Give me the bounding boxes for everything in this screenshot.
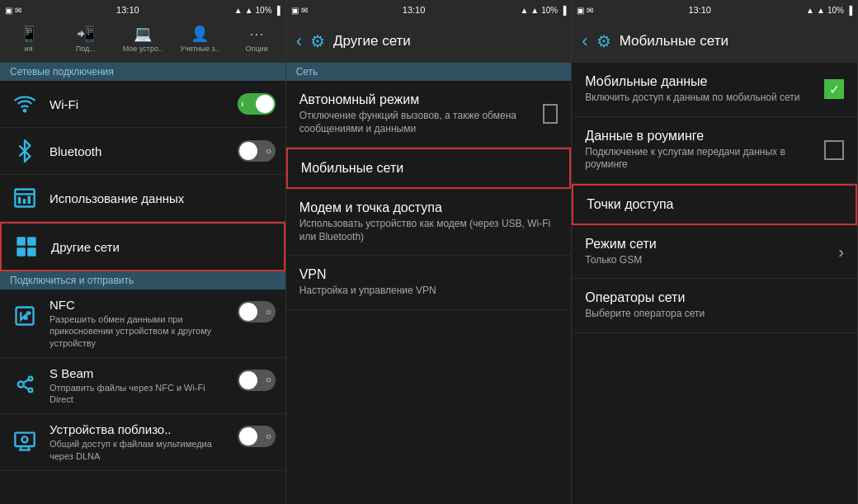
menu-item-roaming[interactable]: Данные в роуминге Подключение к услугам …: [572, 117, 857, 184]
nearby-toggle[interactable]: O: [238, 426, 276, 447]
vpn-title: VPN: [299, 267, 559, 282]
list-item-nfc[interactable]: NFC Разрешить обмен данными при прикосно…: [0, 290, 285, 358]
status-right-icons-3: ▲ ▲ 10% ▐: [806, 6, 852, 15]
wifi-toggle[interactable]: I: [238, 93, 276, 115]
roaming-text: Данные в роуминге Подключение к услугам …: [585, 129, 824, 172]
section-header-network: Сетевые подключения: [0, 63, 285, 81]
network-operators-title: Операторы сети: [585, 290, 844, 305]
roaming-title: Данные в роуминге: [585, 129, 816, 144]
message-icon-2: ✉: [301, 6, 308, 15]
battery-icon: ▐: [275, 6, 280, 15]
data-usage-text: Использование данных: [50, 191, 276, 205]
settings-icon-2: ⚙: [310, 31, 325, 51]
bluetooth-toggle[interactable]: O: [238, 140, 276, 162]
other-networks-title: Другие сети: [51, 240, 274, 254]
tab-accounts[interactable]: 👤 Учетные з..: [171, 20, 228, 63]
other-networks-icon: [12, 232, 41, 261]
tab-options[interactable]: ⋯ Опции: [229, 20, 285, 63]
panel3-header: ‹ ⚙ Мобильные сети: [572, 20, 857, 63]
message-icon: ✉: [15, 6, 21, 15]
nfc-title: NFC: [50, 298, 231, 312]
tab-pods-label: Под...: [76, 45, 96, 54]
tab-options-label: Опции: [246, 45, 268, 54]
list-item-data-usage[interactable]: Использование данных: [0, 175, 285, 222]
sbeam-subtitle: Отправить файлы через NFC и Wi-Fi Direct: [50, 382, 231, 406]
bluetooth-title: Bluetooth: [50, 144, 231, 158]
panel-other-networks: ▣ ✉ 13:10 ▲ ▲ 10% ▐ ‹ ⚙ Другие сети Сеть…: [286, 0, 573, 504]
menu-item-network-operators[interactable]: Операторы сети Выберите оператора сети: [572, 279, 857, 333]
tab-mydev-icon: 💻: [134, 25, 152, 43]
mobile-data-title: Мобильные данные: [585, 74, 816, 89]
nearby-text: Устройства поблизо.. Общий доступ к файл…: [50, 422, 231, 462]
svg-point-17: [22, 437, 28, 443]
menu-item-modem[interactable]: Модем и точка доступа Использовать устро…: [286, 189, 572, 256]
svg-rect-9: [27, 247, 35, 257]
network-mode-text: Режим сети Только GSM: [585, 237, 838, 267]
roaming-checkbox[interactable]: [824, 140, 844, 160]
status-left-icons-2: ▣ ✉: [291, 6, 308, 15]
section-header-connect: Подключиться и отправить: [0, 271, 285, 290]
back-button-2[interactable]: ‹: [296, 31, 302, 52]
bluetooth-icon: [10, 136, 40, 166]
panel3-title: Мобильные сети: [620, 33, 728, 49]
network-mode-title: Режим сети: [585, 237, 838, 252]
tab-icon1-label: ия: [25, 45, 33, 54]
wifi-status-icon-3: ▲: [817, 6, 825, 15]
wifi-text: Wi-Fi: [50, 97, 231, 111]
status-left-icons: ▣ ✉: [5, 6, 21, 15]
tab-mydev[interactable]: 💻 Мое устро..: [114, 20, 171, 63]
tab-icon1[interactable]: 📱 ия: [0, 20, 57, 63]
menu-item-access-points[interactable]: Точки доступа: [572, 184, 857, 225]
battery-percent-2: 10%: [541, 6, 558, 15]
panel2-header: ‹ ⚙ Другие сети: [286, 20, 572, 63]
signal-icon: ▲: [234, 6, 243, 15]
menu-item-vpn[interactable]: VPN Настройка и управление VPN: [286, 256, 572, 310]
tab-pods[interactable]: 📲 Под...: [57, 20, 114, 63]
panel2-title: Другие сети: [333, 33, 411, 49]
nfc-icon: [10, 301, 40, 331]
nfc-toggle[interactable]: O: [238, 301, 276, 323]
mobile-networks-title: Мобильные сети: [301, 161, 557, 176]
status-time-1: 13:10: [116, 5, 139, 15]
nfc-text: NFC Разрешить обмен данными при прикосно…: [50, 298, 231, 349]
wifi-status-icon: ▲: [245, 6, 253, 15]
notification-icon-3: ▣: [577, 6, 584, 15]
airplane-text: Автономный режим Отключение функций вызо…: [299, 92, 543, 135]
menu-item-airplane[interactable]: Автономный режим Отключение функций вызо…: [286, 81, 572, 148]
svg-rect-4: [23, 199, 26, 204]
svg-rect-8: [16, 247, 25, 257]
svg-point-11: [18, 381, 24, 387]
list-item-nearby[interactable]: Устройства поблизо.. Общий доступ к файл…: [0, 414, 285, 471]
mobile-data-checkbox[interactable]: ✓: [824, 79, 844, 99]
airplane-checkbox[interactable]: [543, 104, 558, 124]
status-left-icons-3: ▣ ✉: [577, 6, 593, 15]
tab-pods-icon: 📲: [77, 25, 95, 43]
roaming-subtitle: Подключение к услугам передачи данных в …: [585, 146, 816, 172]
sbeam-toggle[interactable]: O: [238, 370, 276, 391]
svg-point-0: [24, 110, 26, 111]
nav-tabs-1: 📱 ия 📲 Под... 💻 Мое устро.. 👤 Учетные з.…: [0, 20, 285, 63]
section-label-2: Сеть: [286, 63, 572, 81]
tab-accounts-icon: 👤: [191, 25, 209, 43]
mobile-data-subtitle: Включить доступ к данным по мобильной се…: [585, 92, 816, 105]
settings-icon-3: ⚙: [596, 31, 611, 51]
wifi-icon: [10, 89, 40, 119]
list-item-bluetooth[interactable]: Bluetooth O: [0, 128, 285, 175]
battery-percent: 10%: [256, 6, 272, 15]
list-item-sbeam[interactable]: S Beam Отправить файлы через NFC и Wi-Fi…: [0, 358, 285, 415]
svg-point-13: [29, 389, 33, 393]
nearby-subtitle: Общий доступ к файлам мультимедиа через …: [50, 438, 231, 462]
other-networks-text: Другие сети: [51, 240, 274, 254]
menu-item-mobile-networks[interactable]: Мобильные сети: [286, 148, 572, 189]
network-operators-subtitle: Выберите оператора сети: [585, 308, 844, 321]
menu-item-network-mode[interactable]: Режим сети Только GSM ›: [572, 225, 857, 280]
modem-title: Модем и точка доступа: [299, 200, 559, 215]
back-button-3[interactable]: ‹: [582, 31, 587, 52]
status-time-2: 13:10: [403, 5, 426, 15]
wifi-status-icon-2: ▲: [530, 6, 539, 15]
svg-rect-6: [16, 237, 25, 246]
svg-point-12: [29, 377, 33, 381]
menu-item-mobile-data[interactable]: Мобильные данные Включить доступ к данны…: [572, 63, 857, 117]
list-item-wifi[interactable]: Wi-Fi I: [0, 81, 285, 128]
list-item-other-networks[interactable]: Другие сети: [0, 222, 285, 271]
